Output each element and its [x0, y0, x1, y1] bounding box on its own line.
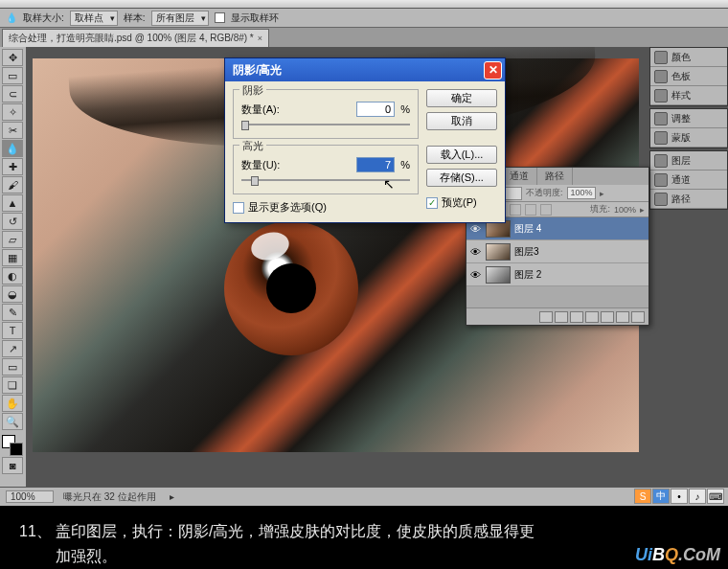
percent-label: %: [400, 103, 410, 115]
delete-layer-icon[interactable]: [631, 311, 645, 323]
swatches-icon: [654, 70, 668, 83]
eye-reflection: [248, 228, 292, 263]
fx-icon[interactable]: [555, 311, 568, 323]
opacity-flyout-icon[interactable]: ▸: [600, 189, 604, 198]
eyedropper-icon: 💧: [6, 12, 17, 23]
preview-checkbox[interactable]: ✓: [426, 197, 438, 209]
move-tool[interactable]: ✥: [2, 49, 23, 66]
type-tool[interactable]: T: [2, 322, 23, 339]
lock-all-icon[interactable]: [540, 204, 552, 216]
swatches-panel-tab[interactable]: 色板: [650, 67, 727, 86]
paths-panel-tab[interactable]: 路径: [650, 190, 727, 209]
status-hint: 曝光只在 32 位起作用: [63, 490, 156, 504]
shadows-legend: 阴影: [239, 83, 266, 98]
shadow-slider[interactable]: [241, 121, 410, 128]
adjustment-layer-icon[interactable]: [585, 311, 599, 323]
shadow-amount-label: 数量(A):: [241, 102, 351, 117]
history-brush-tool[interactable]: ↺: [2, 213, 23, 230]
right-panel-dock: 颜色 色板 样式 调整 蒙版 图层 通道 路径: [649, 47, 728, 487]
background-swatch[interactable]: [10, 443, 23, 456]
sample-layers-dropdown[interactable]: 所有图层: [151, 11, 209, 26]
step-number: 11、: [19, 519, 56, 544]
layer-empty-area: [466, 286, 648, 307]
dialog-titlebar[interactable]: 阴影/高光 ✕: [225, 58, 505, 81]
shadows-highlights-dialog: 阴影/高光 ✕ 阴影 数量(A): % 高光: [224, 57, 506, 223]
stamp-tool[interactable]: ▲: [2, 194, 23, 212]
ime-sogou-icon[interactable]: S: [634, 489, 651, 504]
sample-size-dropdown[interactable]: 取样点: [70, 11, 118, 26]
styles-panel-tab[interactable]: 样式: [650, 86, 727, 105]
shadows-fieldset: 阴影 数量(A): %: [233, 89, 419, 139]
preview-label: 预览(P): [442, 195, 477, 210]
save-button[interactable]: 存储(S)...: [426, 169, 497, 187]
pen-tool[interactable]: ✎: [2, 304, 23, 321]
brush-tool[interactable]: 🖌: [2, 176, 23, 193]
layer-row[interactable]: 👁 图层 2: [466, 263, 648, 286]
masks-panel-tab[interactable]: 蒙版: [650, 128, 727, 148]
color-panel-tab[interactable]: 颜色: [650, 48, 727, 67]
ok-button[interactable]: 确定: [426, 89, 497, 107]
channels-panel-tab[interactable]: 通道: [650, 171, 727, 190]
layer-thumbnail[interactable]: [486, 266, 511, 284]
link-layers-icon[interactable]: [539, 311, 553, 323]
wand-tool[interactable]: ✧: [2, 103, 23, 121]
dialog-title: 阴影/高光: [233, 62, 282, 79]
group-icon[interactable]: [601, 311, 614, 323]
color-swatches[interactable]: [2, 435, 23, 456]
tab-channels[interactable]: 通道: [502, 168, 537, 185]
3d-tool[interactable]: ❏: [2, 376, 23, 394]
ime-sound-icon[interactable]: ♪: [689, 489, 706, 504]
document-tab-bar: 综合处理，打造明亮眼睛.psd @ 100% (图层 4, RGB/8#) * …: [0, 28, 728, 47]
tab-paths[interactable]: 路径: [537, 168, 573, 185]
color-icon: [654, 51, 668, 64]
new-layer-icon[interactable]: [616, 311, 629, 323]
lock-position-icon[interactable]: [525, 204, 536, 216]
layer-row[interactable]: 👁 图层3: [466, 240, 648, 263]
cursor-icon: ↖: [383, 176, 395, 192]
path-tool[interactable]: ↗: [2, 340, 23, 357]
highlight-amount-input[interactable]: [356, 157, 395, 172]
slider-thumb[interactable]: [241, 121, 249, 130]
shadow-amount-input[interactable]: [356, 102, 395, 117]
dodge-tool[interactable]: ◒: [2, 285, 23, 303]
gradient-tool[interactable]: ▦: [2, 249, 23, 266]
opacity-value[interactable]: 100%: [567, 187, 596, 199]
fill-flyout-icon[interactable]: ▸: [640, 205, 645, 215]
heal-tool[interactable]: ✚: [2, 158, 23, 175]
shape-tool[interactable]: ▭: [2, 358, 23, 376]
eyedropper-tool[interactable]: 💧: [2, 140, 23, 157]
ime-keyboard-icon[interactable]: ⌨: [707, 489, 724, 504]
zoom-tool[interactable]: 🔍: [2, 413, 23, 430]
close-icon[interactable]: ✕: [484, 61, 502, 80]
layers-panel-tab[interactable]: 图层: [650, 151, 727, 171]
styles-icon: [654, 89, 668, 102]
ime-lang-icon[interactable]: 中: [652, 489, 670, 504]
sample-label: 样本:: [124, 11, 146, 25]
quickmask-tool[interactable]: ◙: [2, 457, 23, 474]
marquee-tool[interactable]: ▭: [2, 67, 23, 84]
load-button[interactable]: 载入(L)...: [426, 146, 497, 164]
ime-punct-icon[interactable]: •: [671, 489, 688, 504]
eraser-tool[interactable]: ▱: [2, 231, 23, 248]
fill-value[interactable]: 100%: [614, 205, 636, 215]
slider-thumb[interactable]: [251, 176, 259, 186]
zoom-value[interactable]: 100%: [6, 490, 54, 503]
visibility-icon[interactable]: 👁: [468, 222, 482, 236]
blur-tool[interactable]: ◐: [2, 267, 23, 284]
document-tab[interactable]: 综合处理，打造明亮眼睛.psd @ 100% (图层 4, RGB/8#) * …: [2, 29, 269, 47]
mask-icon[interactable]: [570, 311, 583, 323]
show-ring-checkbox[interactable]: [215, 12, 225, 23]
visibility-icon[interactable]: 👁: [468, 245, 482, 259]
hand-tool[interactable]: ✋: [2, 395, 23, 412]
cancel-button[interactable]: 取消: [426, 112, 497, 130]
more-options-checkbox[interactable]: [233, 202, 244, 214]
lock-pixels-icon[interactable]: [510, 204, 521, 216]
status-flyout-icon[interactable]: ▸: [170, 491, 174, 502]
layers-panel-footer: [466, 307, 648, 325]
close-tab-icon[interactable]: ×: [258, 34, 262, 43]
lasso-tool[interactable]: ⊂: [2, 85, 23, 102]
visibility-icon[interactable]: 👁: [468, 268, 482, 282]
layer-thumbnail[interactable]: [486, 243, 511, 261]
crop-tool[interactable]: ✂: [2, 122, 23, 139]
adjustments-panel-tab[interactable]: 调整: [650, 109, 727, 128]
